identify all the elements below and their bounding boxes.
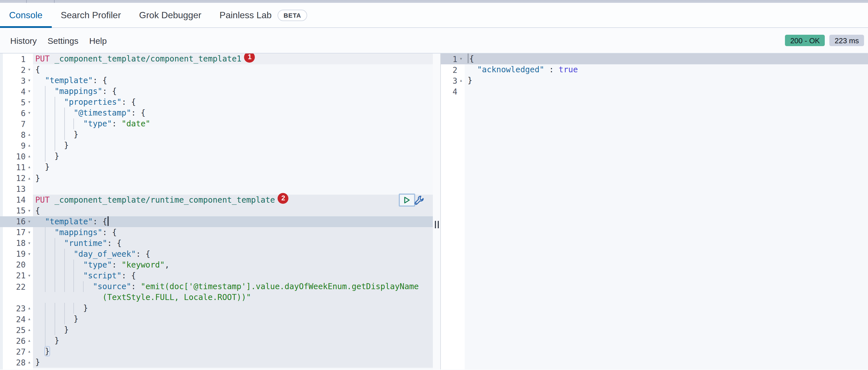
code-line[interactable]: 14PUT _component_template/runtime_compon… xyxy=(0,194,433,205)
fold-toggle-icon[interactable]: ▴ xyxy=(26,346,33,357)
tab-painless-lab[interactable]: Painless Lab BETA xyxy=(211,3,316,27)
fold-toggle-icon[interactable]: ▴ xyxy=(26,173,33,183)
browser-chrome-edge xyxy=(0,0,868,3)
panel-resizer[interactable] xyxy=(433,54,441,369)
chrome-tab-divider xyxy=(26,0,27,3)
fold-toggle-icon[interactable]: ▾ xyxy=(26,227,33,238)
code-line[interactable]: (TextStyle.FULL, Locale.ROOT))" xyxy=(0,292,433,303)
fold-toggle-icon[interactable]: ▴ xyxy=(26,130,33,140)
indent-guide xyxy=(45,281,55,292)
code-line[interactable]: 23▴} xyxy=(0,303,433,314)
fold-toggle-icon[interactable]: ▾ xyxy=(26,249,33,260)
code-line[interactable]: 2▾{ xyxy=(0,64,433,75)
fold-toggle-icon[interactable]: ▾ xyxy=(26,205,33,216)
tab-search-profiler[interactable]: Search Profiler xyxy=(52,3,130,27)
line-number: 9 xyxy=(21,141,26,150)
code-line[interactable]: 28▴} xyxy=(0,357,433,368)
indent-guide xyxy=(54,303,64,314)
indent-guide xyxy=(64,249,74,260)
request-options-button[interactable] xyxy=(414,195,424,205)
code-line[interactable]: 4▾"mappings": { xyxy=(0,86,433,97)
code-line[interactable]: 19▾"day_of_week": { xyxy=(0,249,433,260)
token-punct: : { xyxy=(121,271,136,280)
indent-guide xyxy=(54,249,64,260)
indent-guide xyxy=(45,335,55,346)
code-line[interactable]: 22"source": "emit(doc['@timestamp'].valu… xyxy=(0,281,433,292)
code-content: "day_of_week": { xyxy=(33,249,433,260)
code-line[interactable]: 15▾{ xyxy=(0,205,433,216)
fold-toggle-icon[interactable]: ▾ xyxy=(26,271,33,281)
code-line[interactable]: 17▾"mappings": { xyxy=(0,227,433,238)
menu-history[interactable]: History xyxy=(10,35,37,45)
fold-toggle-icon[interactable]: ▴ xyxy=(26,303,33,314)
code-line[interactable]: 4 xyxy=(441,86,868,97)
fold-toggle-icon[interactable]: ▾ xyxy=(26,238,33,249)
fold-toggle-icon[interactable]: ▾ xyxy=(26,86,33,97)
tab-grok-debugger[interactable]: Grok Debugger xyxy=(130,3,211,27)
response-editor[interactable]: 1▾{2"acknowledged" : true3▴}4 xyxy=(441,54,868,369)
code-line[interactable]: 1PUT _component_template/component_templ… xyxy=(0,54,433,64)
fold-toggle-icon[interactable]: ▴ xyxy=(26,140,33,151)
token-punct: } xyxy=(45,163,50,172)
code-line[interactable]: 26▴} xyxy=(0,335,433,346)
resize-handle-icon[interactable] xyxy=(435,221,439,228)
gutter-cell: 16▾ xyxy=(0,216,33,227)
code-line[interactable]: 10▴} xyxy=(0,151,433,162)
fold-toggle-icon[interactable]: ▾ xyxy=(26,64,33,75)
code-line[interactable]: 1▾{ xyxy=(441,54,868,64)
tab-console[interactable]: Console xyxy=(0,3,52,27)
code-line[interactable]: 21▾"script": { xyxy=(0,271,433,281)
gutter-cell: 23▴ xyxy=(0,303,33,314)
code-line[interactable]: 24▴} xyxy=(0,314,433,324)
fold-toggle-icon[interactable]: ▾ xyxy=(457,54,465,64)
code-content: } xyxy=(33,162,433,173)
indent-space xyxy=(35,119,45,130)
line-number: 28 xyxy=(16,358,26,367)
gutter-cell: 17▾ xyxy=(0,227,33,238)
token-punct: : { xyxy=(93,217,107,226)
tab-painless-lab-label: Painless Lab xyxy=(220,10,272,20)
code-line[interactable]: 16▾"template": { xyxy=(0,216,433,227)
fold-toggle-icon[interactable]: ▾ xyxy=(26,216,33,227)
code-line[interactable]: 9▴} xyxy=(0,140,433,151)
fold-toggle-icon[interactable]: ▴ xyxy=(26,162,33,173)
code-line[interactable]: 2"acknowledged" : true xyxy=(441,64,868,75)
code-content: } xyxy=(33,324,433,335)
indent-guide xyxy=(45,86,55,97)
fold-toggle-icon[interactable]: ▾ xyxy=(26,97,33,108)
menu-help[interactable]: Help xyxy=(89,35,107,45)
code-line[interactable]: 3▾"template": { xyxy=(0,75,433,86)
token-key: "source" xyxy=(93,282,131,291)
fold-toggle-icon[interactable]: ▴ xyxy=(26,314,33,324)
code-line[interactable]: 18▾"runtime": { xyxy=(0,238,433,249)
gutter-cell: 21▾ xyxy=(0,271,33,281)
menu-settings[interactable]: Settings xyxy=(48,35,78,45)
indent-guide xyxy=(45,249,55,260)
code-line[interactable]: 25▴} xyxy=(0,324,433,335)
code-line[interactable]: 27▴} xyxy=(0,346,433,357)
indent-guide xyxy=(74,119,83,130)
code-line[interactable]: 3▴} xyxy=(441,75,868,86)
code-line[interactable]: 6▾"@timestamp": { xyxy=(0,108,433,118)
send-request-button[interactable] xyxy=(399,193,415,206)
fold-toggle-icon[interactable]: ▴ xyxy=(457,75,465,86)
fold-toggle-icon[interactable]: ▴ xyxy=(26,357,33,368)
code-line[interactable]: 7"type": "date" xyxy=(0,119,433,130)
code-content: "type": "keyword", xyxy=(33,260,433,271)
fold-toggle-icon[interactable]: ▴ xyxy=(26,151,33,162)
request-editor[interactable]: 1PUT _component_template/component_templ… xyxy=(0,54,433,369)
indent-space xyxy=(35,249,45,260)
fold-toggle-icon[interactable]: ▾ xyxy=(26,108,33,118)
code-line[interactable]: 8▴} xyxy=(0,130,433,140)
fold-toggle-icon[interactable]: ▴ xyxy=(26,324,33,335)
code-line[interactable]: 13 xyxy=(0,183,433,194)
code-line[interactable]: 20"type": "keyword", xyxy=(0,260,433,271)
code-line[interactable]: 12▴} xyxy=(0,173,433,183)
fold-toggle-icon[interactable]: ▾ xyxy=(26,75,33,86)
token-punct: } xyxy=(64,325,69,334)
response-status-badge: 200 - OK xyxy=(785,35,825,46)
fold-toggle-icon[interactable]: ▴ xyxy=(26,335,33,346)
code-line[interactable]: 11▴} xyxy=(0,162,433,173)
code-line[interactable]: 5▾"properties": { xyxy=(0,97,433,108)
line-number: 23 xyxy=(16,304,26,313)
